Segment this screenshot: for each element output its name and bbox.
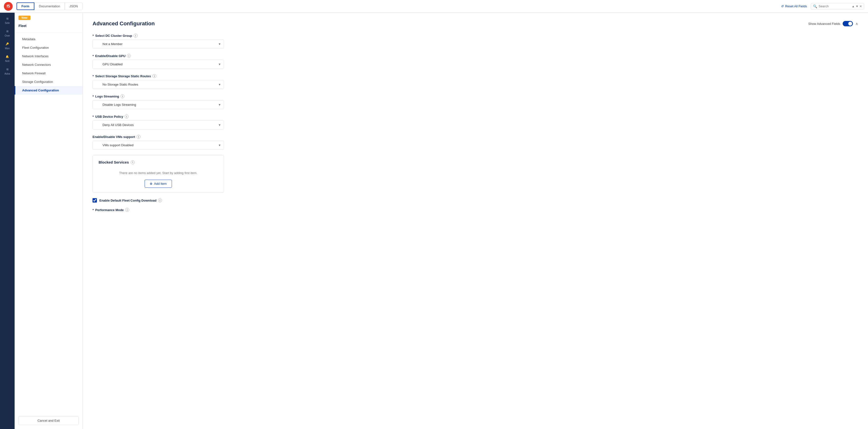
topbar: f5 Form Documentation JSON ↺ Reset All F… [0, 0, 868, 13]
nav-divider [14, 33, 83, 33]
slim-sidebar-item-manage[interactable]: 🔑 Man [0, 40, 14, 53]
tab-documentation[interactable]: Documentation [34, 2, 65, 10]
nav-bottom: Cancel and Exit [14, 412, 83, 429]
nav-section-title: Fleet [14, 22, 83, 31]
vms-support-select[interactable]: VMs support Disabled [93, 141, 224, 150]
dc-cluster-group-select[interactable]: Not a Member [93, 39, 224, 49]
sidebar-item-metadata[interactable]: Metadata [14, 35, 83, 44]
collapse-button[interactable]: ∧ [855, 22, 858, 26]
reset-icon: ↺ [781, 4, 784, 8]
performance-mode-info-icon[interactable]: i [125, 208, 129, 212]
field-performance-mode: * Performance Mode i [93, 208, 858, 212]
gpu-select[interactable]: GPU Disabled [93, 60, 224, 69]
gpu-select-wrapper: ⇅ GPU Disabled ▼ [93, 60, 224, 69]
logs-streaming-label: * Logs Streaming i [93, 94, 858, 98]
usb-device-policy-select[interactable]: Deny All USB Devices [93, 120, 224, 130]
search-up-icon[interactable]: ▲ [852, 5, 855, 8]
enable-default-fleet-row: Enable Default Fleet Config Download i [93, 198, 858, 203]
storage-static-routes-select[interactable]: No Storage Static Routes [93, 80, 224, 89]
sidebar-item-network-interfaces[interactable]: Network Interfaces [14, 52, 83, 60]
field-dc-cluster-group: * Select DC Cluster Group i ⇅ Not a Memb… [93, 34, 858, 49]
vms-support-select-wrapper: ⇅ VMs support Disabled ▼ [93, 141, 224, 150]
tab-group: Form Documentation JSON [17, 2, 83, 10]
slim-sidebar-item-overview[interactable]: ⊞ Over [0, 27, 14, 40]
tab-json[interactable]: JSON [65, 2, 83, 10]
new-badge: New [19, 16, 30, 20]
usb-device-policy-select-wrapper: ⇅ Deny All USB Devices ▼ [93, 120, 224, 130]
show-advanced-toggle[interactable] [843, 21, 853, 26]
field-logs-streaming: * Logs Streaming i ⇅ Disable Logs Stream… [93, 94, 858, 109]
logs-streaming-info-icon[interactable]: i [121, 94, 124, 98]
topbar-right: ↺ Reset All Fields 🔍 ▲ ▼ ✕ [781, 3, 864, 9]
blocked-services-title: Blocked Services i [99, 160, 218, 164]
sidebar-item-fleet-configuration[interactable]: Fleet Configuration [14, 44, 83, 52]
usb-device-policy-info-icon[interactable]: i [125, 115, 129, 118]
enable-default-fleet-label: Enable Default Fleet Config Download i [99, 198, 162, 202]
slim-sidebar-item-noti[interactable]: 🔔 Noti [0, 53, 14, 65]
show-advanced-row: Show Advanced Fields ∧ [808, 21, 858, 26]
add-circle-icon: ⊕ [150, 182, 152, 185]
dc-cluster-group-info-icon[interactable]: i [134, 34, 137, 37]
performance-mode-label: * Performance Mode i [93, 208, 858, 212]
blocked-services-section: Blocked Services i There are no items ad… [93, 155, 224, 193]
enable-default-fleet-checkbox[interactable] [93, 198, 97, 203]
storage-static-routes-label: * Select Storage Storage Static Routes i [93, 74, 858, 78]
key-icon: 🔑 [2, 42, 13, 46]
field-gpu: * Enable/Disable GPU i ⇅ GPU Disabled ▼ [93, 54, 858, 69]
cancel-exit-button[interactable]: Cancel and Exit [19, 416, 79, 425]
grid-icon: ⊞ [2, 17, 13, 20]
blocked-services-info-icon[interactable]: i [131, 161, 135, 164]
f5-logo: f5 [4, 2, 13, 11]
nav-sidebar: New Fleet Metadata Fleet Configuration N… [14, 13, 83, 429]
search-down-icon[interactable]: ▼ [856, 5, 859, 8]
show-advanced-label: Show Advanced Fields [808, 22, 840, 26]
page-title: Advanced Configuration [93, 21, 155, 27]
storage-static-routes-info-icon[interactable]: i [152, 74, 156, 78]
enable-default-fleet-info-icon[interactable]: i [158, 198, 162, 202]
usb-device-policy-label: * USB Device Policy i [93, 115, 858, 118]
main-header: Advanced Configuration Show Advanced Fie… [93, 21, 858, 27]
field-storage-static-routes: * Select Storage Storage Static Routes i… [93, 74, 858, 89]
field-vms-support: Enable/Disable VMs support i ⇅ VMs suppo… [93, 135, 858, 150]
sidebar-item-network-connectors[interactable]: Network Connectors [14, 60, 83, 69]
sidebar-item-advanced-configuration[interactable]: Advanced Configuration [14, 86, 83, 94]
blocked-services-empty-text: There are no items added yet. Start by a… [99, 168, 218, 180]
sidebar-item-network-firewall[interactable]: Network Firewall [14, 69, 83, 78]
storage-static-routes-select-wrapper: ⇅ No Storage Static Routes ▼ [93, 80, 224, 89]
logs-streaming-select-wrapper: ⇅ Disable Logs Streaming ▼ [93, 100, 224, 109]
search-box: 🔍 ▲ ▼ ✕ [811, 3, 864, 9]
gpu-label: * Enable/Disable GPU i [93, 54, 858, 58]
grid-icon-2: ⊞ [2, 30, 13, 33]
slim-sidebar-item-home[interactable]: ⊞ Sele [0, 15, 14, 27]
slim-sidebar-item-advanced[interactable]: ⊞ Adva [0, 65, 14, 78]
bell-icon: 🔔 [2, 55, 13, 58]
search-close-icon[interactable]: ✕ [860, 5, 862, 8]
search-input[interactable] [818, 4, 850, 8]
add-item-button[interactable]: ⊕ Add Item [145, 180, 172, 188]
tab-form[interactable]: Form [17, 2, 34, 10]
dc-cluster-group-label: * Select DC Cluster Group i [93, 34, 858, 37]
sidebar-item-storage-configuration[interactable]: Storage Configuration [14, 78, 83, 86]
slim-sidebar: ⊞ Sele ⊞ Over 🔑 Man 🔔 Noti ⊞ Adva [0, 13, 14, 429]
main-content: Advanced Configuration Show Advanced Fie… [83, 13, 868, 429]
grid-icon-3: ⊞ [2, 68, 13, 71]
reset-all-fields-button[interactable]: ↺ Reset All Fields [781, 4, 807, 8]
gpu-info-icon[interactable]: i [127, 54, 131, 58]
search-nav: ▲ ▼ ✕ [852, 5, 862, 8]
vms-support-info-icon[interactable]: i [136, 135, 141, 139]
dc-cluster-group-select-wrapper: ⇅ Not a Member ▼ [93, 39, 224, 49]
search-icon: 🔍 [813, 4, 817, 8]
logs-streaming-select[interactable]: Disable Logs Streaming [93, 100, 224, 109]
field-usb-device-policy: * USB Device Policy i ⇅ Deny All USB Dev… [93, 115, 858, 130]
app-layout: ⊞ Sele ⊞ Over 🔑 Man 🔔 Noti ⊞ Adva New Fl… [0, 13, 868, 429]
vms-support-label: Enable/Disable VMs support i [93, 135, 858, 139]
